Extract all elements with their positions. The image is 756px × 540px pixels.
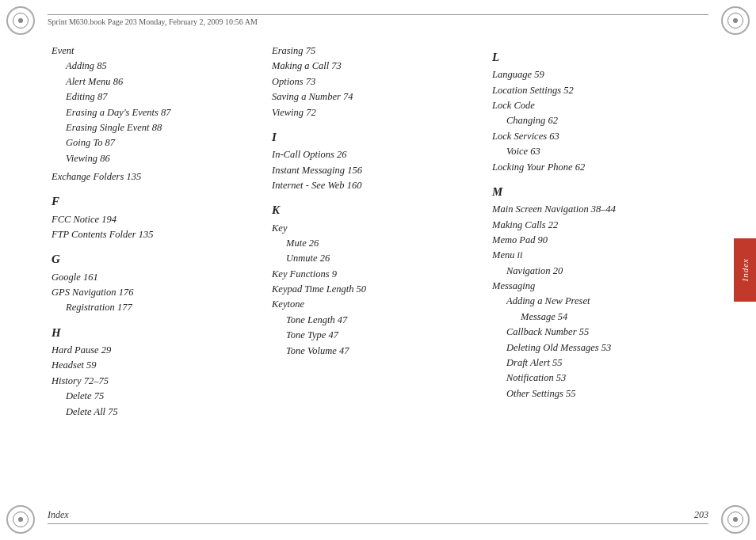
list-item: Erasing 75 — [272, 44, 484, 59]
list-item: Tone Type 47 — [272, 328, 484, 343]
index-tab: Index — [734, 238, 756, 302]
list-item: Keypad Time Length 50 — [272, 282, 484, 297]
list-item: Adding a New Preset — [492, 294, 704, 309]
list-item: Saving a Number 74 — [272, 89, 484, 105]
header-bar: Sprint M630.book Page 203 Monday, Februa… — [48, 14, 708, 26]
header-text: Sprint M630.book Page 203 Monday, Februa… — [48, 17, 258, 26]
corner-bl — [6, 505, 35, 534]
list-item: Viewing 72 — [272, 105, 484, 120]
list-item: Message 54 — [492, 310, 704, 325]
list-item: Going To 87 — [52, 135, 264, 150]
list-item: Keytone — [272, 297, 484, 312]
footer-left: Index — [48, 509, 69, 521]
column-2: Erasing 75Making a Call 73Options 73Savi… — [272, 44, 492, 500]
section-letter: H — [52, 324, 264, 342]
list-item: Alert Menu 86 — [52, 74, 264, 89]
list-item: Menu ii — [492, 248, 704, 263]
content-area: EventAdding 85Alert Menu 86Editing 87Era… — [52, 44, 712, 500]
list-item: Viewing 86 — [52, 151, 264, 166]
list-item: Changing 62 — [492, 113, 704, 128]
list-item: Key Functions 9 — [272, 267, 484, 282]
list-item: Navigation 20 — [492, 264, 704, 279]
list-item: Options 73 — [272, 74, 484, 89]
list-item: Instant Messaging 156 — [272, 163, 484, 178]
section-letter: G — [52, 250, 264, 268]
list-item: Memo Pad 90 — [492, 233, 704, 248]
list-item: Google 161 — [52, 270, 264, 285]
list-item: Making a Call 73 — [272, 59, 484, 74]
list-item: Deleting Old Messages 53 — [492, 340, 704, 356]
page-container: Sprint M630.book Page 203 Monday, Februa… — [0, 0, 756, 540]
list-item: History 72–75 — [52, 374, 264, 389]
list-item: Locking Your Phone 62 — [492, 160, 704, 175]
list-item: Lock Services 63 — [492, 129, 704, 144]
list-item: Messaging — [492, 279, 704, 294]
column-3: LLanguage 59Location Settings 52Lock Cod… — [492, 44, 712, 500]
list-item: FCC Notice 194 — [52, 212, 264, 227]
list-item: Delete 75 — [52, 389, 264, 404]
list-item: Draft Alert 55 — [492, 356, 704, 371]
list-item: Hard Pause 29 — [52, 343, 264, 358]
list-item: Editing 87 — [52, 89, 264, 105]
list-item: Voice 63 — [492, 144, 704, 159]
corner-br — [721, 505, 750, 534]
section-letter: I — [272, 128, 484, 146]
list-item: GPS Navigation 176 — [52, 285, 264, 300]
list-item: Headset 59 — [52, 358, 264, 373]
list-item: In-Call Options 26 — [272, 147, 484, 162]
corner-tr — [721, 6, 750, 35]
list-item: Unmute 26 — [272, 251, 484, 266]
list-item: Lock Code — [492, 98, 704, 113]
column-1: EventAdding 85Alert Menu 86Editing 87Era… — [52, 44, 272, 500]
list-item: Key — [272, 221, 484, 236]
list-item: Erasing Single Event 88 — [52, 120, 264, 135]
list-item: Tone Volume 47 — [272, 344, 484, 359]
list-item: Mute 26 — [272, 236, 484, 251]
section-letter: K — [272, 201, 484, 219]
list-item: Notification 53 — [492, 371, 704, 386]
list-item: Delete All 75 — [52, 405, 264, 420]
entry-label: Event — [52, 44, 264, 59]
corner-tl — [6, 6, 35, 35]
list-item: Other Settings 55 — [492, 386, 704, 401]
section-letter: F — [52, 192, 264, 211]
index-tab-label: Index — [740, 258, 750, 281]
list-item: Internet - See Web 160 — [272, 178, 484, 193]
list-item: Adding 85 — [52, 59, 264, 74]
section-letter: L — [492, 48, 704, 67]
footer-right: 203 — [694, 509, 708, 521]
list-item: FTP Contents Folder 135 — [52, 227, 264, 242]
list-item: Location Settings 52 — [492, 83, 704, 98]
list-item: Main Screen Navigation 38–44 — [492, 202, 704, 217]
list-item: Tone Length 47 — [272, 313, 484, 328]
section-letter: M — [492, 183, 704, 201]
list-item: Making Calls 22 — [492, 218, 704, 233]
list-item: Language 59 — [492, 67, 704, 82]
list-item: Erasing a Day's Events 87 — [52, 105, 264, 120]
list-item: Exchange Folders 135 — [52, 169, 264, 184]
list-item: Callback Number 55 — [492, 325, 704, 340]
footer: Index 203 — [48, 509, 708, 524]
list-item: Registration 177 — [52, 300, 264, 315]
